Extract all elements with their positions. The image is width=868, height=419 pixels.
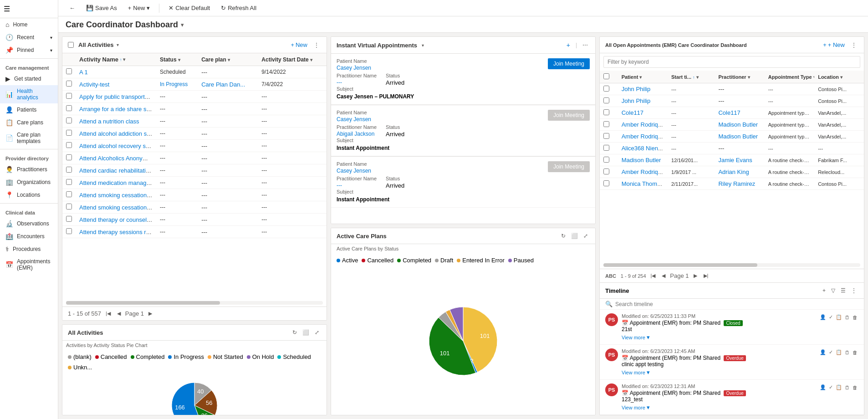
emr-row-checkbox[interactable] bbox=[603, 97, 609, 103]
row-checkbox[interactable] bbox=[66, 167, 72, 173]
sidebar-item-pinned[interactable]: 📌 Pinned ▾ bbox=[0, 44, 58, 56]
activity-name-link[interactable]: Attend therapy or counseling sess... bbox=[79, 216, 156, 223]
activity-name-link[interactable]: Attend Alcoholics Anonymous me... bbox=[79, 155, 156, 162]
first-page-button[interactable]: |◀ bbox=[104, 310, 112, 317]
timeline-copy-button[interactable]: 📋 bbox=[835, 383, 843, 391]
care-plans-save-button[interactable]: ⬜ bbox=[569, 232, 580, 240]
join-meeting-button-disabled[interactable]: Join Meeting bbox=[548, 110, 590, 121]
activity-name-link[interactable]: Attend a nutrition class bbox=[79, 118, 139, 125]
select-all-checkbox[interactable] bbox=[68, 42, 74, 48]
sidebar-item-procedures[interactable]: ⚕ Procedures bbox=[0, 243, 58, 255]
sidebar-item-recent[interactable]: 🕐 Recent ▾ bbox=[0, 31, 58, 44]
emr-patient-link[interactable]: Madison Butler bbox=[622, 157, 661, 164]
activity-name-link[interactable]: Attend medication management a... bbox=[79, 179, 156, 186]
virtual-more-button[interactable]: ⋯ bbox=[581, 41, 590, 49]
timeline-delete-button[interactable]: 🗑 bbox=[852, 384, 858, 391]
join-meeting-button[interactable]: Join Meeting bbox=[548, 58, 590, 69]
timeline-filter-button[interactable]: ▽ bbox=[829, 286, 837, 295]
emr-horizontal-scrollbar[interactable] bbox=[603, 263, 860, 267]
sidebar-item-home[interactable]: ⌂ Home bbox=[0, 18, 58, 31]
emr-patient-link[interactable]: John Philip bbox=[622, 86, 651, 92]
th-activity-name[interactable]: Activity Name ↑ ▾ bbox=[76, 53, 156, 66]
row-checkbox[interactable] bbox=[66, 228, 72, 234]
prev-page-button[interactable]: ◀ bbox=[115, 310, 123, 317]
view-more-link[interactable]: View more ▾ bbox=[622, 334, 815, 341]
sidebar-item-locations[interactable]: 📍 Locations bbox=[0, 189, 58, 201]
activities-new-button[interactable]: + New bbox=[288, 41, 310, 49]
hamburger-icon[interactable]: ☰ bbox=[4, 5, 10, 13]
activity-name-link[interactable]: Attend cardiac rehabilitation sessi... bbox=[79, 167, 156, 174]
activities-chevron[interactable]: ▾ bbox=[117, 42, 119, 47]
activity-name-link[interactable]: Apply for public transportation as... bbox=[79, 93, 156, 100]
back-button[interactable]: ← bbox=[66, 3, 79, 13]
timeline-assign-button[interactable]: 👤 bbox=[819, 313, 827, 321]
emr-row-checkbox[interactable] bbox=[603, 145, 609, 151]
emr-patient-link[interactable]: Amber Rodriquez bbox=[622, 169, 668, 175]
activity-name-link[interactable]: Arrange for a ride share service bbox=[79, 106, 156, 112]
practitioner-name[interactable]: --- bbox=[337, 79, 377, 86]
activity-name-link[interactable]: Activity-test bbox=[79, 81, 109, 88]
emr-filter-input[interactable] bbox=[603, 56, 860, 68]
row-checkbox[interactable] bbox=[66, 142, 72, 148]
horizontal-scrollbar[interactable] bbox=[66, 301, 323, 305]
th-start-date[interactable]: Activity Start Date ▾ bbox=[258, 53, 327, 66]
refresh-all-button[interactable]: ↻ Refresh All bbox=[217, 3, 260, 13]
row-checkbox[interactable] bbox=[66, 118, 72, 123]
row-checkbox[interactable] bbox=[66, 179, 72, 185]
th-emr-start[interactable]: Start ti... ↑ ▾ bbox=[668, 71, 715, 83]
timeline-edit-button[interactable]: 🗒 bbox=[844, 314, 851, 321]
emr-row-checkbox[interactable] bbox=[603, 109, 609, 115]
timeline-edit-button[interactable]: 🗒 bbox=[844, 349, 851, 356]
activity-name-link[interactable]: Attend alcohol addiction support bbox=[79, 130, 156, 137]
th-status[interactable]: Status ▾ bbox=[156, 53, 198, 66]
timeline-edit-button[interactable]: 🗒 bbox=[844, 384, 851, 391]
activities-more-button[interactable]: ⋮ bbox=[312, 41, 321, 49]
emr-row-checkbox[interactable] bbox=[603, 157, 609, 163]
emr-patient-link[interactable]: Amber Rodriquez bbox=[622, 133, 668, 140]
emr-row-checkbox[interactable] bbox=[603, 180, 609, 186]
th-emr-patient[interactable]: Patient ▾ bbox=[618, 71, 668, 83]
activity-name-link[interactable]: Attend smoking cessation classes... bbox=[79, 192, 156, 199]
th-emr-apt-type[interactable]: Appointment Type ▾ bbox=[765, 71, 814, 83]
row-checkbox[interactable] bbox=[66, 204, 72, 210]
timeline-assign-button[interactable]: 👤 bbox=[819, 348, 827, 356]
timeline-assign-button[interactable]: 👤 bbox=[819, 383, 827, 391]
care-plans-expand-button[interactable]: ⤢ bbox=[582, 232, 590, 240]
virtual-chevron[interactable]: ▾ bbox=[422, 43, 424, 48]
row-checkbox[interactable] bbox=[66, 130, 72, 136]
row-checkbox[interactable] bbox=[66, 191, 72, 197]
join-meeting-button-disabled[interactable]: Join Meeting bbox=[548, 161, 590, 172]
view-more-link[interactable]: View more ▾ bbox=[622, 369, 815, 376]
clear-default-button[interactable]: ✕ Clear Default bbox=[165, 3, 214, 13]
th-care-plan[interactable]: Care plan ▾ bbox=[198, 53, 258, 66]
emr-first-page-button[interactable]: |◀ bbox=[649, 272, 658, 280]
emr-new-button[interactable]: + + New bbox=[820, 41, 848, 49]
timeline-check-button[interactable]: ✓ bbox=[828, 348, 834, 356]
th-emr-practitioner[interactable]: Practitioner ▾ bbox=[715, 71, 764, 83]
row-checkbox[interactable] bbox=[66, 216, 72, 222]
virtual-plus-button[interactable]: + bbox=[565, 41, 572, 50]
timeline-more-button[interactable]: ⋮ bbox=[849, 286, 858, 295]
timeline-check-button[interactable]: ✓ bbox=[828, 313, 834, 321]
timeline-delete-button[interactable]: 🗑 bbox=[852, 349, 858, 356]
row-checkbox[interactable] bbox=[66, 81, 72, 87]
patient-name[interactable]: Casey Jensen bbox=[337, 168, 371, 174]
emr-row-checkbox[interactable] bbox=[603, 133, 609, 139]
care-plans-refresh-button[interactable]: ↻ bbox=[559, 232, 567, 240]
emr-prev-page-button[interactable]: ◀ bbox=[660, 272, 667, 280]
view-more-link[interactable]: View more ▾ bbox=[622, 404, 815, 411]
activity-name-link[interactable]: Attend alcohol recovery services bbox=[79, 143, 156, 149]
chart-export-button[interactable]: ⬜ bbox=[301, 328, 311, 337]
row-checkbox[interactable] bbox=[66, 68, 72, 74]
emr-next-page-button[interactable]: ▶ bbox=[692, 272, 699, 280]
practitioner-name[interactable]: Abigail Jackson bbox=[337, 131, 377, 137]
timeline-copy-button[interactable]: 📋 bbox=[835, 313, 843, 321]
sidebar-item-appointments-emr[interactable]: 📅 Appointments (EMR) bbox=[0, 255, 58, 274]
practitioner-name[interactable]: --- bbox=[337, 182, 377, 189]
sidebar-item-patients[interactable]: 👤 Patients bbox=[0, 103, 58, 116]
timeline-check-button[interactable]: ✓ bbox=[828, 383, 834, 391]
emr-patient-link[interactable]: Alice368 Nienow65 bbox=[622, 145, 668, 152]
sidebar-item-care-plan-templates[interactable]: 📄 Care plan templates bbox=[0, 129, 58, 147]
chart-expand-button[interactable]: ⤢ bbox=[313, 328, 321, 337]
emr-patient-link[interactable]: Cole117 bbox=[622, 109, 643, 116]
